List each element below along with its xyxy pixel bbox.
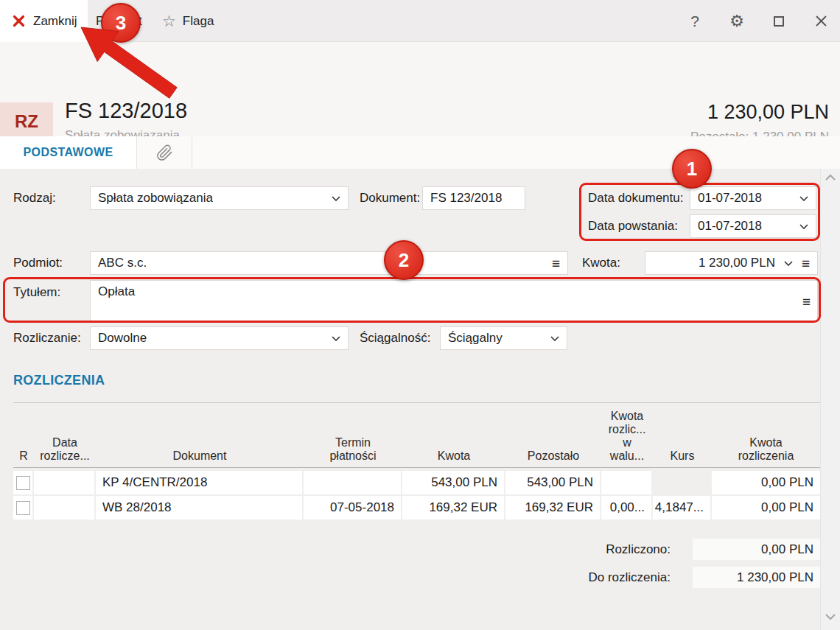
- cell-termin[interactable]: 07-05-2018: [304, 496, 402, 519]
- app-window: Zamknij Podmiot ☆ Flaga ? ⚙ RZ FS 123/20…: [0, 0, 840, 630]
- cell-kurs: [653, 471, 712, 494]
- tab-strip: PODSTAWOWE: [0, 136, 840, 169]
- col-header-kwota-walucie[interactable]: Kwota rozlic... w walu...: [601, 407, 653, 467]
- cell-data-rozliczenia[interactable]: [34, 496, 96, 519]
- col-header-kwota-rozliczenia[interactable]: Kwota rozliczenia: [712, 407, 820, 467]
- tab-podstawowe[interactable]: PODSTAWOWE: [0, 136, 137, 169]
- scroll-down-icon[interactable]: [825, 612, 836, 621]
- window-controls: ? ⚙: [686, 0, 830, 42]
- col-header-r[interactable]: R: [13, 407, 34, 467]
- col-header-pozostalo[interactable]: Pozostało: [505, 407, 601, 467]
- podmiot-input[interactable]: ABC s.c. ≡: [90, 251, 568, 275]
- cell-kwota-walucie[interactable]: 0,00...: [601, 496, 653, 519]
- cell-kwota-rozliczenia[interactable]: 0,00 PLN: [712, 471, 820, 494]
- cell-pozostalo[interactable]: 543,00 PLN: [505, 471, 601, 494]
- settlements-table-header: R Data rozlicze... Dokument Termin płatn…: [13, 407, 820, 468]
- row-checkbox[interactable]: [16, 501, 30, 515]
- podmiot-label: Podmiot: [96, 14, 141, 29]
- data-powstania-picker[interactable]: 01-07-2018: [690, 214, 816, 238]
- cell-termin[interactable]: [304, 471, 402, 494]
- dokument-label: Dokument:: [360, 186, 420, 210]
- scroll-up-icon[interactable]: [825, 173, 836, 182]
- cell-kwota[interactable]: 543,00 PLN: [402, 471, 505, 494]
- row-checkbox[interactable]: [16, 476, 30, 490]
- sciagalnosc-label: Ściągalność:: [360, 326, 430, 350]
- star-icon: ☆: [162, 13, 176, 29]
- do-rozliczenia-value: 1 230,00 PLN: [693, 567, 820, 588]
- help-icon[interactable]: ?: [686, 13, 704, 30]
- close-icon: [815, 15, 827, 27]
- cell-dokument[interactable]: WB 28/2018: [96, 496, 304, 519]
- rodzaj-select[interactable]: Spłata zobowiązania: [90, 186, 349, 210]
- chevron-down-icon: [550, 336, 559, 341]
- cell-pozostalo[interactable]: 169,32 EUR: [505, 496, 601, 519]
- close-x-icon: [13, 15, 25, 27]
- chevron-down-icon: [784, 261, 793, 266]
- lookup-menu-icon[interactable]: ≡: [802, 256, 810, 270]
- maximize-button[interactable]: [770, 13, 788, 30]
- tytulem-input[interactable]: Opłata ≡: [90, 280, 818, 321]
- podmiot-button[interactable]: Podmiot: [96, 0, 141, 42]
- toolbar: Zamknij Podmiot ☆ Flaga ? ⚙: [0, 0, 840, 42]
- kwota-input[interactable]: 1 230,00 PLN ≡: [645, 251, 818, 275]
- col-header-data-rozliczenia[interactable]: Data rozlicze...: [34, 407, 96, 467]
- close-window-button[interactable]: [812, 13, 830, 30]
- cell-kwota[interactable]: 169,32 EUR: [402, 496, 505, 519]
- flaga-label: Flaga: [183, 14, 214, 29]
- col-header-termin[interactable]: Termin płatności: [304, 407, 402, 467]
- cell-data-rozliczenia[interactable]: [34, 471, 96, 494]
- chevron-down-icon: [799, 196, 808, 201]
- chevron-down-icon: [332, 336, 340, 341]
- doc-type-badge: RZ: [0, 102, 53, 141]
- chevron-down-icon: [332, 196, 340, 201]
- cell-kwota-walucie[interactable]: [601, 471, 653, 494]
- document-header: RZ FS 123/2018 Spłata zobowiązania ABC s…: [0, 42, 840, 136]
- doc-amount: 1 230,00 PLN: [707, 101, 829, 124]
- table-row[interactable]: WB 28/2018 07-05-2018 169,32 EUR 169,32 …: [13, 496, 820, 519]
- cell-dokument[interactable]: KP 4/CENTR/2018: [96, 471, 304, 494]
- rozliczono-value: 0,00 PLN: [693, 539, 820, 560]
- podmiot-field-label: Podmiot:: [13, 251, 63, 275]
- zamknij-button[interactable]: Zamknij: [0, 0, 88, 42]
- rozliczono-label: Rozliczono:: [442, 539, 671, 560]
- zamknij-label: Zamknij: [33, 14, 77, 29]
- maximize-icon: [774, 16, 784, 27]
- do-rozliczenia-label: Do rozliczenia:: [442, 567, 671, 588]
- section-divider: [13, 402, 820, 403]
- cell-kwota-rozliczenia[interactable]: 0,00 PLN: [712, 496, 820, 519]
- kwota-label: Kwota:: [582, 251, 620, 275]
- rozliczanie-label: Rozliczanie:: [13, 326, 81, 350]
- data-dokumentu-label: Data dokumentu:: [588, 186, 683, 210]
- flaga-button[interactable]: ☆ Flaga: [162, 0, 214, 42]
- sciagalnosc-select[interactable]: Ściągalny: [440, 326, 567, 350]
- rodzaj-label: Rodzaj:: [13, 186, 56, 210]
- section-title-rozliczenia: ROZLICZENIA: [13, 373, 105, 388]
- col-header-kwota[interactable]: Kwota: [402, 407, 505, 467]
- chevron-down-icon: [799, 224, 808, 229]
- tab-attachments[interactable]: [137, 136, 192, 169]
- lookup-menu-icon[interactable]: ≡: [552, 256, 560, 270]
- lookup-menu-icon[interactable]: ≡: [802, 295, 811, 309]
- gear-icon[interactable]: ⚙: [728, 13, 746, 30]
- tytulem-label: Tytułem:: [13, 281, 60, 304]
- page-title: FS 123/2018: [65, 99, 187, 123]
- col-header-dokument[interactable]: Dokument: [96, 407, 304, 467]
- dokument-input[interactable]: FS 123/2018: [422, 186, 525, 210]
- table-row[interactable]: KP 4/CENTR/2018 543,00 PLN 543,00 PLN 0,…: [13, 471, 820, 494]
- data-powstania-label: Data powstania:: [588, 214, 678, 238]
- col-header-kurs[interactable]: Kurs: [653, 407, 712, 467]
- scrollbar[interactable]: [820, 169, 840, 630]
- paperclip-icon: [156, 144, 173, 161]
- cell-kurs[interactable]: 4,1847...: [653, 496, 712, 519]
- data-dokumentu-picker[interactable]: 01-07-2018: [690, 186, 816, 210]
- rozliczanie-select[interactable]: Dowolne: [90, 326, 349, 350]
